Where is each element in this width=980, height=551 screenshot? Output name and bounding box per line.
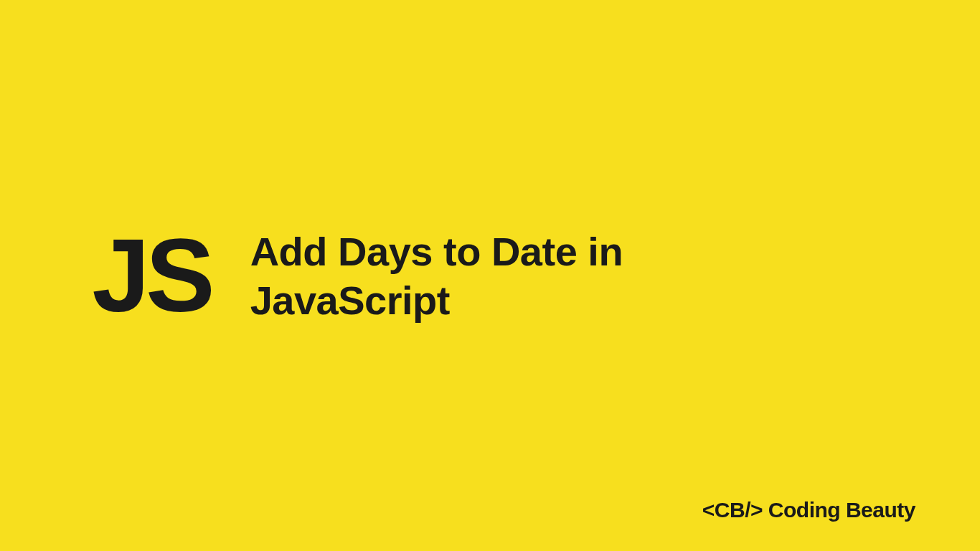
js-logo: JS [92, 224, 210, 328]
page-title: Add Days to Date in JavaScript [250, 227, 623, 324]
main-content: JS Add Days to Date in JavaScript [49, 224, 930, 328]
title-line-2: JavaScript [250, 277, 450, 322]
brand-footer: <CB/> Coding Beauty [702, 498, 915, 522]
title-line-1: Add Days to Date in [250, 229, 623, 274]
